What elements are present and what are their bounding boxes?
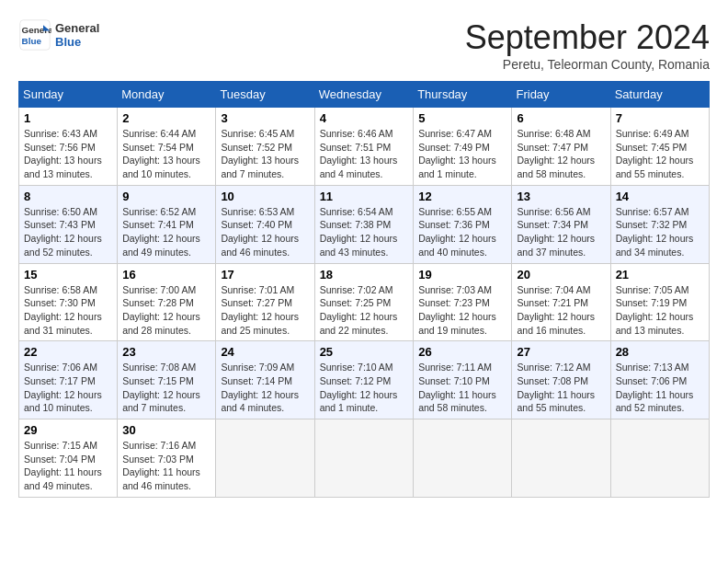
logo-line1: General bbox=[55, 21, 99, 35]
calendar-day-cell bbox=[512, 419, 610, 498]
day-number: 29 bbox=[24, 423, 112, 437]
day-number: 13 bbox=[517, 190, 605, 203]
calendar-day-cell: 15Sunrise: 6:58 AMSunset: 7:30 PMDayligh… bbox=[19, 263, 118, 341]
day-number: 5 bbox=[418, 111, 506, 125]
calendar-week-row: 22Sunrise: 7:06 AMSunset: 7:17 PMDayligh… bbox=[19, 341, 710, 419]
day-number: 2 bbox=[122, 111, 210, 125]
day-info: Sunrise: 7:00 AMSunset: 7:28 PMDaylight:… bbox=[122, 283, 210, 338]
day-number: 8 bbox=[24, 190, 112, 203]
day-number: 16 bbox=[122, 268, 210, 282]
calendar-day-cell: 23Sunrise: 7:08 AMSunset: 7:15 PMDayligh… bbox=[118, 341, 216, 419]
calendar-week-row: 29Sunrise: 7:15 AMSunset: 7:04 PMDayligh… bbox=[19, 419, 710, 498]
calendar-week-row: 1Sunrise: 6:43 AMSunset: 7:56 PMDaylight… bbox=[19, 108, 710, 186]
calendar-table: SundayMondayTuesdayWednesdayThursdayFrid… bbox=[18, 81, 710, 498]
day-info: Sunrise: 6:50 AMSunset: 7:43 PMDaylight:… bbox=[24, 205, 112, 259]
day-info: Sunrise: 7:12 AMSunset: 7:08 PMDaylight:… bbox=[517, 361, 605, 415]
day-info: Sunrise: 7:08 AMSunset: 7:15 PMDaylight:… bbox=[122, 361, 210, 415]
day-info: Sunrise: 6:48 AMSunset: 7:47 PMDaylight:… bbox=[517, 127, 605, 181]
day-number: 17 bbox=[221, 268, 309, 282]
calendar-day-cell: 18Sunrise: 7:02 AMSunset: 7:25 PMDayligh… bbox=[314, 263, 414, 341]
day-number: 15 bbox=[24, 268, 112, 282]
logo: General Blue General Blue bbox=[18, 18, 99, 52]
day-number: 9 bbox=[122, 190, 210, 203]
day-info: Sunrise: 7:03 AMSunset: 7:23 PMDaylight:… bbox=[418, 283, 506, 338]
calendar-day-cell bbox=[314, 419, 414, 498]
day-info: Sunrise: 6:47 AMSunset: 7:49 PMDaylight:… bbox=[418, 127, 506, 181]
calendar-day-cell: 20Sunrise: 7:04 AMSunset: 7:21 PMDayligh… bbox=[512, 263, 610, 341]
title-block: September 2024 Peretu, Teleorman County,… bbox=[465, 18, 710, 72]
calendar-day-cell: 10Sunrise: 6:53 AMSunset: 7:40 PMDayligh… bbox=[216, 185, 314, 263]
day-number: 10 bbox=[221, 190, 309, 203]
day-number: 4 bbox=[320, 111, 409, 125]
day-number: 14 bbox=[616, 190, 704, 203]
day-number: 23 bbox=[122, 345, 210, 359]
weekday-header-thursday: Thursday bbox=[414, 82, 512, 108]
day-info: Sunrise: 6:53 AMSunset: 7:40 PMDaylight:… bbox=[221, 205, 309, 259]
calendar-day-cell: 17Sunrise: 7:01 AMSunset: 7:27 PMDayligh… bbox=[216, 263, 314, 341]
day-number: 19 bbox=[418, 268, 506, 282]
weekday-header-tuesday: Tuesday bbox=[216, 82, 314, 108]
day-info: Sunrise: 6:54 AMSunset: 7:38 PMDaylight:… bbox=[320, 205, 409, 259]
day-info: Sunrise: 6:52 AMSunset: 7:41 PMDaylight:… bbox=[122, 205, 210, 259]
calendar-day-cell: 28Sunrise: 7:13 AMSunset: 7:06 PMDayligh… bbox=[610, 341, 709, 419]
logo-line2: Blue bbox=[55, 35, 99, 49]
calendar-day-cell: 24Sunrise: 7:09 AMSunset: 7:14 PMDayligh… bbox=[216, 341, 314, 419]
calendar-day-cell: 9Sunrise: 6:52 AMSunset: 7:41 PMDaylight… bbox=[118, 185, 216, 263]
day-info: Sunrise: 6:56 AMSunset: 7:34 PMDaylight:… bbox=[517, 205, 605, 259]
day-info: Sunrise: 6:45 AMSunset: 7:52 PMDaylight:… bbox=[221, 127, 309, 181]
calendar-day-cell: 13Sunrise: 6:56 AMSunset: 7:34 PMDayligh… bbox=[512, 185, 610, 263]
day-number: 26 bbox=[418, 345, 506, 359]
logo-icon: General Blue bbox=[18, 18, 51, 52]
day-number: 3 bbox=[221, 111, 309, 125]
svg-text:Blue: Blue bbox=[22, 36, 42, 46]
weekday-header-wednesday: Wednesday bbox=[314, 82, 414, 108]
day-number: 6 bbox=[517, 111, 605, 125]
calendar-day-cell: 21Sunrise: 7:05 AMSunset: 7:19 PMDayligh… bbox=[610, 263, 709, 341]
day-info: Sunrise: 6:49 AMSunset: 7:45 PMDaylight:… bbox=[616, 127, 704, 181]
day-info: Sunrise: 7:10 AMSunset: 7:12 PMDaylight:… bbox=[320, 361, 409, 415]
day-info: Sunrise: 6:58 AMSunset: 7:30 PMDaylight:… bbox=[24, 283, 112, 338]
weekday-header-friday: Friday bbox=[512, 82, 610, 108]
day-number: 7 bbox=[616, 111, 704, 125]
calendar-day-cell: 5Sunrise: 6:47 AMSunset: 7:49 PMDaylight… bbox=[414, 108, 512, 186]
weekday-header-monday: Monday bbox=[118, 82, 216, 108]
day-number: 22 bbox=[24, 345, 112, 359]
calendar-day-cell: 14Sunrise: 6:57 AMSunset: 7:32 PMDayligh… bbox=[610, 185, 709, 263]
calendar-day-cell: 4Sunrise: 6:46 AMSunset: 7:51 PMDaylight… bbox=[314, 108, 414, 186]
calendar-day-cell: 30Sunrise: 7:16 AMSunset: 7:03 PMDayligh… bbox=[118, 419, 216, 498]
weekday-header-sunday: Sunday bbox=[19, 82, 118, 108]
day-number: 21 bbox=[616, 268, 704, 282]
day-number: 11 bbox=[320, 190, 409, 203]
day-number: 1 bbox=[24, 111, 112, 125]
calendar-day-cell: 1Sunrise: 6:43 AMSunset: 7:56 PMDaylight… bbox=[19, 108, 118, 186]
day-info: Sunrise: 7:05 AMSunset: 7:19 PMDaylight:… bbox=[616, 283, 704, 338]
calendar-day-cell: 26Sunrise: 7:11 AMSunset: 7:10 PMDayligh… bbox=[414, 341, 512, 419]
day-info: Sunrise: 7:11 AMSunset: 7:10 PMDaylight:… bbox=[418, 361, 506, 415]
day-number: 28 bbox=[616, 345, 704, 359]
calendar-day-cell: 2Sunrise: 6:44 AMSunset: 7:54 PMDaylight… bbox=[118, 108, 216, 186]
day-info: Sunrise: 7:02 AMSunset: 7:25 PMDaylight:… bbox=[320, 283, 409, 338]
calendar-day-cell: 8Sunrise: 6:50 AMSunset: 7:43 PMDaylight… bbox=[19, 185, 118, 263]
day-info: Sunrise: 6:43 AMSunset: 7:56 PMDaylight:… bbox=[24, 127, 112, 181]
day-info: Sunrise: 7:04 AMSunset: 7:21 PMDaylight:… bbox=[517, 283, 605, 338]
calendar-day-cell: 16Sunrise: 7:00 AMSunset: 7:28 PMDayligh… bbox=[118, 263, 216, 341]
day-info: Sunrise: 7:09 AMSunset: 7:14 PMDaylight:… bbox=[221, 361, 309, 415]
day-number: 20 bbox=[517, 268, 605, 282]
calendar-day-cell: 27Sunrise: 7:12 AMSunset: 7:08 PMDayligh… bbox=[512, 341, 610, 419]
day-info: Sunrise: 6:55 AMSunset: 7:36 PMDaylight:… bbox=[418, 205, 506, 259]
day-number: 24 bbox=[221, 345, 309, 359]
calendar-day-cell: 22Sunrise: 7:06 AMSunset: 7:17 PMDayligh… bbox=[19, 341, 118, 419]
location-subtitle: Peretu, Teleorman County, Romania bbox=[465, 57, 710, 72]
day-info: Sunrise: 7:15 AMSunset: 7:04 PMDaylight:… bbox=[24, 439, 112, 493]
day-info: Sunrise: 7:06 AMSunset: 7:17 PMDaylight:… bbox=[24, 361, 112, 415]
calendar-day-cell: 7Sunrise: 6:49 AMSunset: 7:45 PMDaylight… bbox=[610, 108, 709, 186]
weekday-header-saturday: Saturday bbox=[610, 82, 709, 108]
month-title: September 2024 bbox=[465, 18, 710, 57]
day-info: Sunrise: 7:16 AMSunset: 7:03 PMDaylight:… bbox=[122, 439, 210, 493]
page-header: General Blue General Blue September 2024… bbox=[18, 18, 710, 72]
calendar-day-cell: 19Sunrise: 7:03 AMSunset: 7:23 PMDayligh… bbox=[414, 263, 512, 341]
day-number: 18 bbox=[320, 268, 409, 282]
calendar-day-cell: 12Sunrise: 6:55 AMSunset: 7:36 PMDayligh… bbox=[414, 185, 512, 263]
calendar-day-cell: 25Sunrise: 7:10 AMSunset: 7:12 PMDayligh… bbox=[314, 341, 414, 419]
calendar-day-cell bbox=[414, 419, 512, 498]
